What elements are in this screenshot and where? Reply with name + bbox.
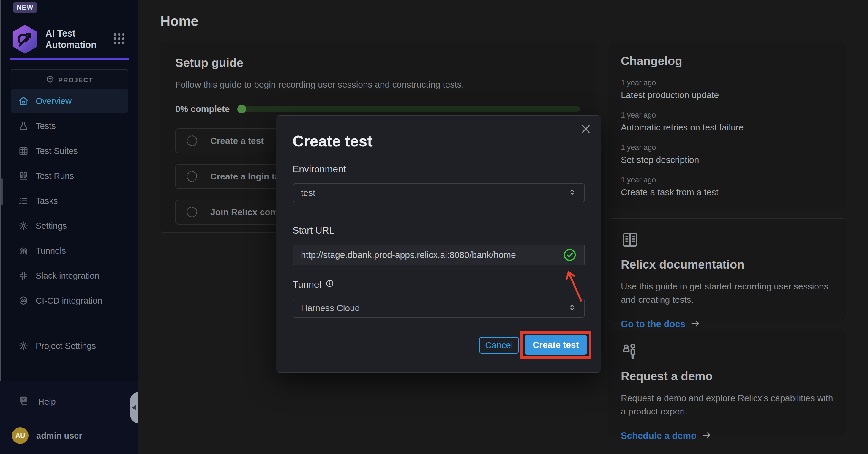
progress-label: 0% complete — [175, 104, 229, 114]
select-chevrons-icon — [568, 303, 577, 313]
page-title: Home — [160, 13, 620, 29]
changelog-entry: 1 year ago Create a task from a test — [621, 176, 833, 197]
app-title: AI Test Automation — [45, 28, 102, 51]
sidebar-item-label: Test Runs — [36, 171, 74, 181]
user-menu[interactable]: AU admin user — [0, 424, 138, 448]
sidebar: NEW AI Test Automation — [0, 0, 138, 454]
incomplete-step-icon — [187, 171, 197, 182]
changelog-entry: 1 year ago Latest production update — [621, 79, 833, 100]
people-icon — [621, 342, 833, 362]
arrow-right-icon — [701, 430, 712, 442]
sidebar-item-label: Tests — [36, 121, 56, 131]
sidebar-item-test-suites[interactable]: Test Suites — [11, 139, 128, 163]
create-test-modal: Create test Environment test Start URL T… — [276, 115, 601, 372]
sidebar-collapse-handle[interactable] — [130, 392, 138, 423]
request-demo-card: Request a demo Request a demo and explor… — [608, 330, 846, 436]
select-chevrons-icon — [568, 188, 577, 198]
arrow-right-icon — [690, 318, 701, 330]
right-column: Changelog 1 year ago Latest production u… — [608, 42, 846, 445]
start-url-label: Start URL — [292, 225, 334, 236]
sidebar-item-tasks[interactable]: Tasks — [11, 189, 128, 213]
info-icon — [326, 279, 334, 290]
schedule-demo-link[interactable]: Schedule a demo — [621, 430, 833, 442]
create-test-button[interactable]: Create test — [525, 335, 587, 355]
docs-body: Use this guide to get started recording … — [621, 280, 833, 306]
sidebar-item-label: Slack integration — [36, 271, 99, 281]
sidebar-item-label: Settings — [36, 221, 67, 231]
sidebar-item-label: Overview — [36, 96, 71, 106]
sidebar-item-label: Project Settings — [36, 341, 96, 351]
demo-title: Request a demo — [621, 370, 833, 383]
grid-table-icon — [19, 146, 29, 156]
sidebar-footer: ? Help AU admin user — [0, 381, 138, 454]
sidebar-scrollbar-thumb[interactable] — [1, 178, 3, 205]
gear-icon — [19, 341, 29, 351]
sidebar-item-settings[interactable]: Settings — [11, 214, 128, 238]
valid-check-icon — [563, 248, 577, 262]
task-list-icon — [19, 196, 29, 206]
help-chat-icon: ? — [19, 395, 30, 409]
progress-bar — [238, 107, 580, 112]
setup-progress: 0% complete — [175, 104, 580, 114]
tunnel-icon — [19, 246, 29, 256]
sidebar-item-tests[interactable]: Tests — [11, 114, 128, 138]
sidebar-item-slack-integration[interactable]: Slack integration — [11, 264, 128, 287]
start-url-field[interactable] — [292, 245, 585, 265]
svg-text:?: ? — [22, 397, 25, 402]
cube-icon — [46, 75, 55, 86]
sidebar-nav: Overview Tests Test Suites — [11, 89, 128, 314]
changelog-title: Changelog — [621, 54, 833, 68]
sidebar-divider — [10, 373, 128, 373]
changelog-card: Changelog 1 year ago Latest production u… — [608, 42, 846, 209]
sidebar-item-label: CI-CD integration — [36, 296, 102, 306]
incomplete-step-icon — [187, 135, 197, 146]
main-content: Home Setup guide Follow this guide to be… — [138, 0, 620, 29]
gear-icon — [19, 221, 29, 231]
documentation-card: Relicx documentation Use this guide to g… — [608, 218, 846, 321]
sidebar-item-overview[interactable]: Overview — [11, 89, 128, 113]
cicd-icon — [19, 296, 29, 306]
apps-grid-icon[interactable] — [111, 30, 127, 48]
flask-icon — [19, 121, 29, 131]
sidebar-item-label: Test Suites — [36, 146, 78, 156]
new-badge: NEW — [13, 2, 37, 13]
demo-body: Request a demo and explore Relicx's capa… — [621, 391, 833, 418]
help-button[interactable]: ? Help — [0, 390, 138, 414]
sidebar-item-label: Tunnels — [36, 246, 66, 256]
brand-underline — [10, 58, 129, 60]
start-url-input[interactable] — [301, 250, 562, 260]
docs-title: Relicx documentation — [621, 258, 833, 271]
book-icon — [621, 231, 833, 250]
environment-select[interactable]: test — [292, 183, 585, 202]
relicx-logo-icon — [11, 24, 39, 55]
app-screen: NEW AI Test Automation — [0, 0, 868, 454]
project-eyebrow-label: PROJECT — [58, 77, 93, 84]
home-icon — [19, 96, 29, 106]
changelog-entry: 1 year ago Automatic retries on test fai… — [621, 111, 833, 132]
sidebar-item-label: Tasks — [36, 196, 58, 206]
go-to-docs-link[interactable]: Go to the docs — [621, 318, 833, 330]
changelog-entry: 1 year ago Set step description — [621, 143, 833, 165]
setup-guide-title: Setup guide — [175, 56, 580, 69]
slack-icon — [19, 271, 29, 281]
sidebar-divider — [10, 325, 128, 325]
user-name: admin user — [36, 431, 82, 441]
tunnel-label: Tunnel — [292, 279, 334, 290]
sidebar-item-tunnels[interactable]: Tunnels — [11, 239, 128, 263]
sidebar-item-project-settings[interactable]: Project Settings — [11, 334, 128, 358]
cancel-button[interactable]: Cancel — [479, 337, 519, 354]
sidebar-item-test-runs[interactable]: Test Runs — [11, 164, 128, 188]
tunnel-select[interactable]: Harness Cloud — [292, 299, 585, 317]
help-label: Help — [38, 397, 56, 407]
progress-indicator — [237, 104, 246, 114]
brand: AI Test Automation — [11, 24, 130, 55]
environment-label: Environment — [292, 164, 346, 175]
avatar: AU — [12, 427, 29, 444]
collapse-left-icon — [132, 405, 136, 411]
modal-title: Create test — [292, 132, 373, 150]
sidebar-item-cicd-integration[interactable]: CI-CD integration — [11, 289, 128, 312]
setup-guide-description: Follow this guide to begin recording use… — [175, 80, 580, 90]
test-runs-icon — [19, 171, 29, 181]
close-icon[interactable] — [580, 123, 591, 136]
incomplete-step-icon — [187, 207, 197, 217]
